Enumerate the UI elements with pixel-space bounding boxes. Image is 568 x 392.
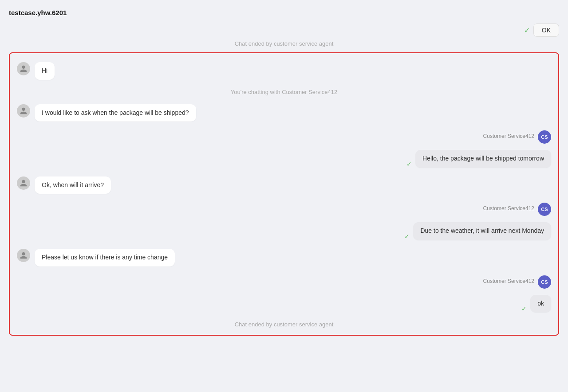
check-icon-6: ✓ xyxy=(404,233,410,240)
cs-header-6: Customer Service412 CS xyxy=(483,203,551,216)
chat-container: Hi You're chatting with Customer Service… xyxy=(9,52,559,336)
cs-header-8: Customer Service412 CS xyxy=(483,275,551,289)
outer-chat-ended-label: Chat ended by customer service agent xyxy=(9,40,559,47)
check-icon-4: ✓ xyxy=(406,161,412,168)
bubble-1: Hi xyxy=(35,62,55,80)
msg-row-1: Hi xyxy=(17,62,551,80)
cs-avatar-4: CS xyxy=(538,130,551,144)
bubble-row-4: ✓ Hello, the package will be shipped tom… xyxy=(406,150,551,168)
user-avatar-1 xyxy=(17,62,30,75)
msg-row-4: Customer Service412 CS ✓ Hello, the pack… xyxy=(17,130,551,168)
cs-header-4: Customer Service412 CS xyxy=(483,130,551,144)
bubble-row-8: ✓ ok xyxy=(521,295,551,313)
check-icon-8: ✓ xyxy=(521,305,527,312)
bubble-8: ok xyxy=(530,295,551,313)
cs-name-6: Customer Service412 xyxy=(483,205,534,212)
msg-row-8: Customer Service412 CS ✓ ok xyxy=(17,275,551,313)
page-title: testcase.yhw.6201 xyxy=(9,9,559,16)
user-avatar-3 xyxy=(17,104,30,118)
msg-row-5: Ok, when will it arrive? xyxy=(17,176,551,194)
inner-chat-ended-label: Chat ended by customer service agent xyxy=(17,321,551,328)
chatting-label: You're chatting with Customer Service412 xyxy=(17,89,551,95)
bubble-7: Please let us know if there is any time … xyxy=(35,249,175,267)
bubble-6: Due to the weather, it will arrive next … xyxy=(413,222,551,240)
bubble-5: Ok, when will it arrive? xyxy=(35,176,111,194)
user-avatar-7 xyxy=(17,249,30,262)
msg-row-7: Please let us know if there is any time … xyxy=(17,249,551,267)
cs-name-8: Customer Service412 xyxy=(483,278,534,284)
cs-avatar-6: CS xyxy=(538,203,551,216)
user-avatar-5 xyxy=(17,176,30,190)
bubble-row-6: ✓ Due to the weather, it will arrive nex… xyxy=(404,222,551,240)
msg-row-3: I would like to ask when the package wil… xyxy=(17,104,551,122)
outer-ok-row: ✓ OK xyxy=(9,24,559,37)
bubble-3: I would like to ask when the package wil… xyxy=(35,104,196,122)
outer-ok-bubble: OK xyxy=(533,24,559,37)
cs-name-4: Customer Service412 xyxy=(483,133,534,139)
bubble-4: Hello, the package will be shipped tomor… xyxy=(415,150,551,168)
msg-row-6: Customer Service412 CS ✓ Due to the weat… xyxy=(17,203,551,240)
outer-check-icon: ✓ xyxy=(524,26,530,35)
cs-avatar-8: CS xyxy=(538,275,551,289)
